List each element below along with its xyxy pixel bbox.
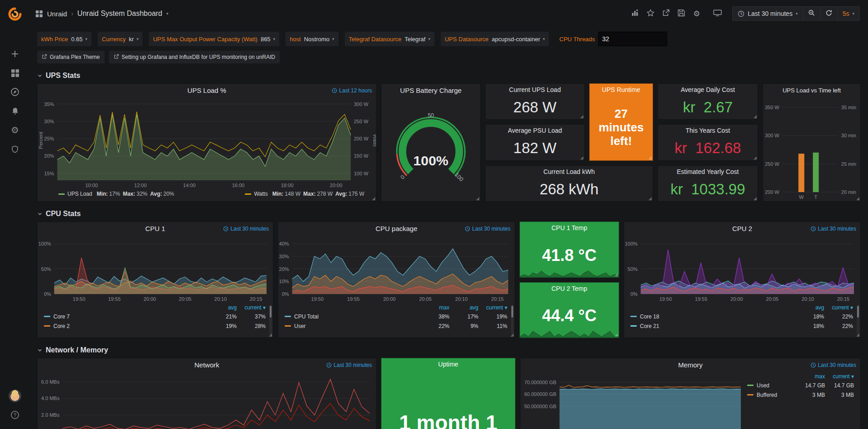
sidebar-item-dashboards[interactable]: [5, 63, 25, 82]
cycle-view-button[interactable]: [710, 7, 725, 20]
legend-item[interactable]: User22%9%11%: [285, 321, 507, 331]
link-grafana-plex-theme[interactable]: Grafana Plex Theme: [37, 51, 105, 63]
cpu-package-chart[interactable]: 0%10%20%30%40%19:5019:5520:0020:0520:102…: [278, 235, 515, 303]
svg-text:20:05: 20:05: [179, 296, 191, 302]
section-ups-stats[interactable]: UPS Stats: [37, 69, 861, 83]
panel-title[interactable]: UPS Runtime: [590, 84, 653, 96]
svg-text:14:00: 14:00: [183, 183, 196, 188]
legend-item[interactable]: UPS LoadMin:17%Max:32%Avg:20%: [58, 191, 174, 197]
legend-sort-column[interactable]: avg: [795, 304, 824, 311]
panel-title-ups-load[interactable]: UPS Load %: [38, 84, 376, 96]
panel-title[interactable]: CPU 2 Temp: [520, 283, 619, 294]
section-network-memory[interactable]: Network / Memory: [37, 343, 861, 358]
legend-item[interactable]: Buffered3 MB3 MB: [747, 390, 854, 400]
user-avatar[interactable]: [5, 386, 25, 405]
legend-sort-column[interactable]: max: [796, 373, 825, 380]
section-cpu-stats[interactable]: CPU Stats: [37, 207, 861, 222]
svg-text:20:05: 20:05: [766, 296, 779, 302]
section-title: CPU Stats: [46, 210, 81, 218]
ups-vs-time-chart[interactable]: 200 W250 W300 W350 W20 min25 min30 min35…: [763, 96, 860, 201]
grafana-logo[interactable]: [6, 5, 24, 23]
share-button[interactable]: [658, 7, 673, 20]
panel-title[interactable]: Memory: [520, 358, 860, 371]
save-button[interactable]: [673, 7, 689, 20]
link-ups-monitoring-guide[interactable]: Setting up Grafana and InfluxDB for UPS …: [109, 51, 280, 63]
legend-sort-column[interactable]: current ▾: [478, 304, 507, 311]
svg-text:6.0 MBs: 6.0 MBs: [41, 379, 60, 385]
cpu-1-chart[interactable]: 0%50%100%19:5019:5520:0020:0520:1020:15: [38, 235, 273, 303]
panel-title[interactable]: UPS Load vs Time left: [763, 84, 860, 96]
cpu-2-chart[interactable]: 0%50%100%19:5019:5520:0020:0520:1020:15: [624, 235, 860, 303]
svg-text:40%: 40%: [279, 241, 289, 246]
legend-sort-column[interactable]: current ▾: [825, 373, 854, 380]
legend-sort-column[interactable]: current ▾: [237, 304, 266, 311]
panel-title[interactable]: This Years Cost: [658, 125, 758, 136]
breadcrumb-folder[interactable]: Unraid: [47, 10, 67, 18]
legend-item[interactable]: Core 721%37%: [44, 312, 266, 321]
legend-scrollbar[interactable]: [857, 305, 859, 335]
dashboards-grid-icon: [11, 69, 19, 77]
memory-chart[interactable]: 50.000000 GB60.000000 GB70.000000 GB19:5…: [520, 371, 747, 429]
variable-currency[interactable]: Currency kr▾: [98, 32, 143, 46]
chevron-down-icon[interactable]: ▾: [167, 12, 169, 16]
dashboard-settings-button[interactable]: ⚙: [689, 7, 704, 20]
time-range-picker[interactable]: Last 30 minutes ▾: [733, 7, 802, 20]
panel-title[interactable]: Average Daily Cost: [658, 84, 758, 96]
add-panel-button[interactable]: [627, 7, 643, 20]
variable-ups-datasource[interactable]: UPS Datasource apcupsd-container▾: [441, 32, 549, 46]
legend-scrollbar[interactable]: [269, 305, 272, 335]
dashboard-title[interactable]: Unraid System Dashboard: [77, 10, 162, 18]
stat-value: 27 minutes left!: [590, 107, 653, 148]
svg-text:19:50: 19:50: [73, 296, 86, 302]
svg-text:12:00: 12:00: [134, 183, 147, 188]
favorite-button[interactable]: [643, 7, 658, 20]
sidebar-item-alerting[interactable]: [5, 101, 25, 121]
panel-title[interactable]: Network: [38, 358, 376, 371]
ups-stat-grid: Current UPS Load 268 W UPS Runtime 27 mi…: [485, 83, 758, 202]
svg-text:50: 50: [428, 112, 434, 119]
legend-header: maxcurrent ▾: [747, 372, 854, 381]
ups-load-chart[interactable]: 15%20%25%30%35%100 W150 W200 W250 W300 W…: [38, 96, 376, 189]
legend-item[interactable]: WattsMin:148 WMax:278 WAvg:175 W: [245, 191, 364, 197]
svg-text:100%: 100%: [625, 241, 638, 246]
avatar-image: [9, 390, 21, 402]
svg-text:100: 100: [453, 172, 465, 183]
refresh-interval-dropdown[interactable]: 5s ▾: [837, 7, 859, 20]
add-panel-icon: [631, 9, 639, 18]
variable-label: Telegraf Datasource: [345, 36, 405, 43]
svg-text:300 W: 300 W: [765, 133, 779, 138]
panel-title-battery[interactable]: UPS Battery Charge: [382, 84, 480, 96]
panel-title[interactable]: Current Load kWh: [486, 166, 653, 178]
panel-title[interactable]: CPU 1 Temp: [520, 222, 619, 234]
variable-label: kWh Price: [37, 36, 71, 43]
zoom-out-button[interactable]: [803, 7, 820, 20]
sidebar-item-create[interactable]: [5, 44, 25, 63]
refresh-button[interactable]: [820, 7, 837, 20]
legend-scrollbar[interactable]: [511, 305, 514, 335]
legend-item[interactable]: CPU Total38%17%19%: [285, 312, 507, 321]
legend-sort-column[interactable]: avg: [208, 304, 237, 311]
sidebar-item-configuration[interactable]: ⚙: [5, 121, 25, 140]
legend-sort-column[interactable]: avg: [449, 304, 478, 311]
svg-text:?: ?: [14, 412, 16, 418]
legend-item[interactable]: Core 1818%22%: [630, 312, 853, 321]
variable-telegraf-datasource[interactable]: Telegraf Datasource Telegraf▾: [345, 32, 434, 46]
legend-sort-column[interactable]: max: [420, 304, 449, 311]
panel-title[interactable]: Estimated Yearly Cost: [658, 166, 758, 178]
panel-title[interactable]: Current UPS Load: [486, 84, 584, 96]
variable-host[interactable]: host Nostromo▾: [286, 32, 338, 46]
sidebar-item-help[interactable]: ?: [5, 405, 25, 424]
grafana-logo-icon: [8, 7, 22, 21]
panel-title[interactable]: Uptime: [382, 358, 515, 370]
variable-ups-max-output[interactable]: UPS Max Output Power Capacity (Watt) 865…: [149, 32, 279, 46]
legend-item[interactable]: Core 219%28%: [44, 321, 266, 331]
legend-sort-column[interactable]: current ▾: [824, 304, 853, 311]
network-chart[interactable]: 2.0 MBs4.0 MBs6.0 MBs19:5019:5520:0020:0…: [38, 371, 376, 429]
cpu-threads-input[interactable]: [598, 32, 667, 46]
legend-item[interactable]: Core 2118%22%: [630, 321, 853, 331]
panel-title[interactable]: Average PSU Load: [486, 125, 584, 136]
legend-item[interactable]: Used14.7 GB14.7 GB: [747, 381, 854, 390]
variable-kwh-price[interactable]: kWh Price 0.65▾: [37, 32, 91, 46]
sidebar-item-server-admin[interactable]: [5, 140, 25, 159]
sidebar-item-explore[interactable]: [5, 82, 25, 101]
